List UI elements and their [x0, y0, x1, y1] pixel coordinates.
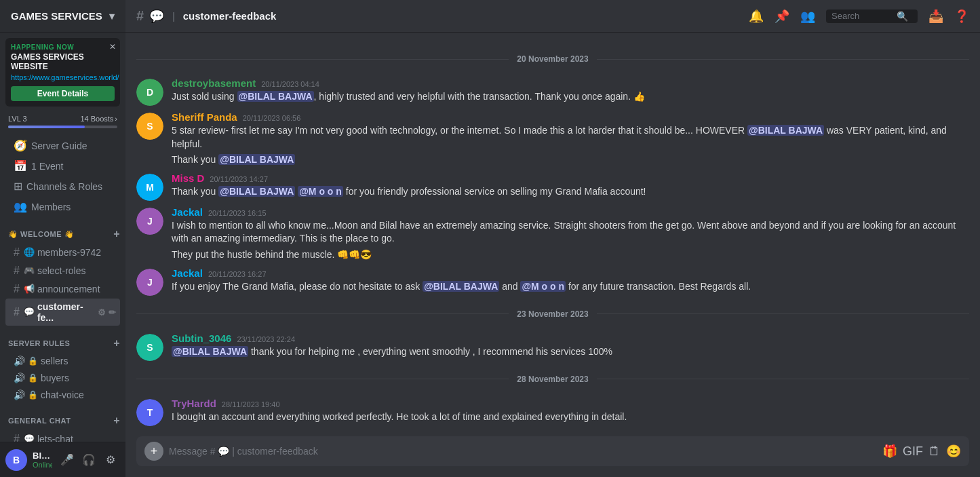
messages-area[interactable]: 20 November 2023 D destroybasement 20/11… [125, 33, 980, 436]
channel-item-lets-chat[interactable]: # 💬 lets-chat [5, 430, 120, 442]
event-link[interactable]: https://www.gameservices.world/ [11, 73, 119, 81]
message-author: Miss D [172, 172, 204, 184]
mention: @BILAL BAJWA [218, 154, 295, 165]
add-channel-icon[interactable]: + [113, 337, 120, 349]
search-input[interactable] [831, 11, 893, 21]
sidebar-item-members[interactable]: 👥 Members [5, 197, 120, 216]
channel-name: lets-chat [37, 434, 73, 442]
edit-icon[interactable]: ✏ [109, 307, 116, 318]
gamepad-icon: 🎮 [24, 265, 35, 276]
channel-item-announcement[interactable]: # 📢 announcement [5, 280, 120, 298]
message-content: Miss D 20/11/2023 14:27 Thank you @BILAL… [172, 172, 969, 201]
divider-line [136, 313, 509, 314]
add-channel-icon[interactable]: + [113, 228, 120, 240]
message-group: S Sheriff Panda 20/11/2023 06:56 5 star … [125, 109, 980, 170]
globe-icon: 🌐 [24, 247, 35, 258]
message-group: J Jackal 20/11/2023 16:15 I wish to ment… [125, 204, 980, 265]
message-header: Jackal 20/11/2023 16:15 [172, 206, 969, 218]
message-content: destroybasement 20/11/2023 04:14 Just so… [172, 77, 969, 106]
general-chat-section-header[interactable]: GENERAL CHAT + [0, 404, 125, 430]
level-bar-fill [8, 126, 85, 128]
bell-button[interactable]: 🔔 [749, 9, 764, 24]
message-timestamp: 20/11/2023 06:56 [243, 114, 301, 122]
gift-icon[interactable]: 🎁 [882, 444, 897, 459]
message-text: @BILAL BAJWA thank you for helping me , … [172, 345, 969, 359]
add-channel-icon[interactable]: + [113, 415, 120, 427]
server-header[interactable]: GAMES SERVICES ▾ [0, 0, 125, 33]
close-icon[interactable]: ✕ [109, 42, 116, 52]
headphone-button[interactable]: 🎧 [79, 451, 98, 470]
channel-item-customer-feedback[interactable]: # 💬 customer-fe... ⚙ ✏ [5, 299, 120, 326]
message-avatar: T [136, 399, 163, 426]
event-details-button[interactable]: Event Details [11, 86, 115, 101]
sidebar-item-channels-roles[interactable]: ⊞ Channels & Roles [5, 176, 120, 196]
message-group: M Miss D 20/11/2023 14:27 Thank you @BIL… [125, 170, 980, 204]
divider-line [136, 379, 509, 379]
channel-header-name: customer-feedback [183, 10, 277, 22]
input-tools: 🎁 GIF 🗒 😊 [882, 444, 961, 459]
pin-button[interactable]: 📌 [775, 9, 789, 24]
user-panel: B BILAL BAJU Online 🎤 🎧 ⚙ [0, 442, 125, 477]
speaker-icon: 🔊 [14, 389, 25, 400]
settings-button[interactable]: ⚙ [101, 451, 120, 470]
sticker-icon[interactable]: 🗒 [928, 444, 941, 459]
event-label: 1 Event [31, 161, 63, 172]
microphone-button[interactable]: 🎤 [58, 451, 77, 470]
message-header: Sheriff Panda 20/11/2023 06:56 [172, 111, 969, 123]
main-content: # 💬 | customer-feedback 🔔 📌 👥 🔍 📥 ❓ 20 N… [125, 0, 980, 477]
mention: @M o o n [520, 281, 566, 292]
user-status: Online [33, 461, 52, 469]
user-controls: 🎤 🎧 ⚙ [58, 451, 120, 470]
speaker-icon: 🔊 [14, 373, 25, 383]
date-label-1: 20 November 2023 [514, 54, 591, 64]
server-guide-label: Server Guide [31, 140, 87, 151]
header-tools: 🔔 📌 👥 🔍 📥 ❓ [749, 9, 969, 24]
search-icon: 🔍 [897, 11, 908, 22]
channel-item-members[interactable]: # 🌐 members-9742 [5, 244, 120, 261]
members-button[interactable]: 👥 [800, 9, 815, 24]
divider-line [136, 59, 509, 60]
add-attachment-button[interactable]: + [144, 442, 163, 461]
chat-icon: 💬 [24, 307, 35, 318]
chevron-right-icon: › [115, 115, 117, 123]
divider-line [597, 313, 969, 314]
message-group: D destroybasement 20/11/2023 04:14 Just … [125, 75, 980, 109]
channel-name: buyers [41, 373, 69, 383]
date-divider-3: 28 November 2023 [136, 375, 969, 384]
message-content: Jackal 20/11/2023 16:15 I wish to mentio… [172, 206, 969, 262]
sidebar-navigation: 🧭 Server Guide 📅 1 Event ⊞ Channels & Ro… [0, 132, 125, 442]
members-label: Members [31, 202, 71, 212]
message-author: destroybasement [172, 77, 256, 89]
channel-item-select-roles[interactable]: # 🎮 select-roles [5, 262, 120, 280]
message-input-box: + 🎁 GIF 🗒 😊 [136, 436, 969, 466]
emoji-icon[interactable]: 😊 [946, 444, 961, 459]
gif-icon[interactable]: GIF [903, 444, 923, 459]
date-label-3: 28 November 2023 [514, 375, 591, 384]
message-timestamp: 28/11/2023 19:40 [222, 400, 280, 408]
channel-name: sellers [41, 356, 68, 366]
settings-icon[interactable]: ⚙ [98, 307, 106, 318]
help-button[interactable]: ❓ [954, 9, 969, 24]
level-progress-bar [8, 126, 117, 128]
server-rules-section-header[interactable]: SERVER RULES + [0, 326, 125, 352]
avatar-circle: J [136, 208, 163, 235]
message-header: destroybasement 20/11/2023 04:14 [172, 77, 969, 89]
message-timestamp: 20/11/2023 16:27 [208, 270, 267, 278]
channel-item-chat-voice[interactable]: 🔊 🔒 chat-voice [5, 387, 120, 403]
date-divider-1: 20 November 2023 [136, 54, 969, 64]
sidebar-item-event[interactable]: 📅 1 Event [5, 156, 120, 176]
message-timestamp: 23/11/2023 22:24 [237, 335, 295, 343]
welcome-section-header[interactable]: 👋 WELCOME 👋 + [0, 217, 125, 243]
message-input[interactable] [169, 446, 877, 457]
lock-icon: 🔒 [28, 356, 38, 366]
message-content: Subtin_3046 23/11/2023 22:24 @BILAL BAJW… [172, 332, 969, 361]
inbox-button[interactable]: 📥 [928, 9, 943, 24]
sidebar-item-server-guide[interactable]: 🧭 Server Guide [5, 136, 120, 155]
chevron-down-icon: ▾ [109, 10, 115, 22]
boosts-label: 14 Boosts › [80, 115, 117, 123]
megaphone-icon: 📢 [24, 284, 35, 294]
message-group: S Subtin_3046 23/11/2023 22:24 @BILAL BA… [125, 330, 980, 364]
message-avatar: S [136, 334, 163, 361]
channel-item-sellers[interactable]: 🔊 🔒 sellers [5, 353, 120, 369]
channel-item-buyers[interactable]: 🔊 🔒 buyers [5, 370, 120, 386]
